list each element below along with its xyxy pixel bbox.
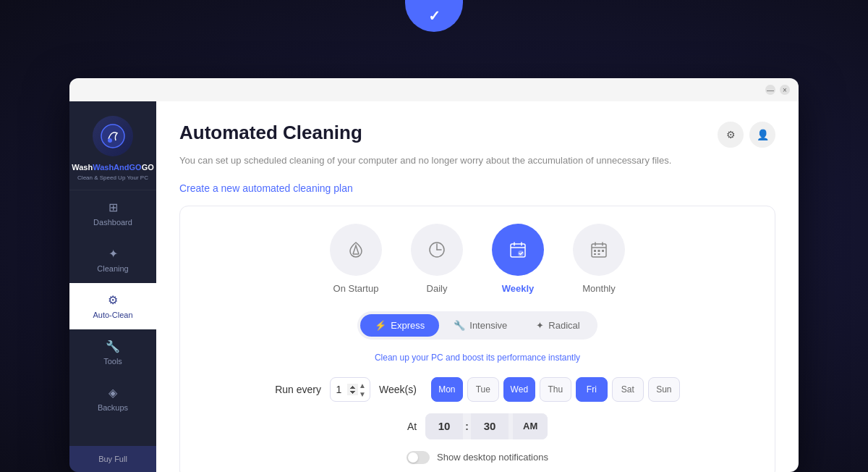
notifications-row: Show desktop notifications <box>195 451 760 464</box>
time-row: At 10 : 30 AM <box>195 413 760 439</box>
page-header: Automated Cleaning ⚙ 👤 <box>179 122 775 148</box>
notifications-label: Show desktop notifications <box>437 452 548 463</box>
autoclean-icon: ⚙ <box>108 293 118 307</box>
sidebar-item-tools[interactable]: 🔧 Tools <box>69 329 156 376</box>
cleaning-icon: ✦ <box>109 247 118 261</box>
run-every-row: Run every ▲ ▼ Week(s) Mon Tue Wed Thu Fr… <box>195 377 760 402</box>
backups-icon: ◈ <box>109 386 117 400</box>
dashboard-label: Dashboard <box>93 218 132 227</box>
schedule-types: On Startup Daily <box>195 224 760 294</box>
svg-rect-19 <box>598 253 600 255</box>
header-actions: ⚙ 👤 <box>718 122 775 148</box>
radical-tab[interactable]: ✦ Radical <box>522 314 594 337</box>
svg-point-1 <box>108 138 112 143</box>
express-label: Express <box>391 320 425 331</box>
day-thu[interactable]: Thu <box>540 377 571 402</box>
monthly-icon-circle <box>573 224 625 276</box>
monthly-label: Monthly <box>582 283 616 294</box>
day-mon[interactable]: Mon <box>431 377 463 402</box>
plan-card: On Startup Daily <box>179 206 775 473</box>
schedule-daily[interactable]: Daily <box>411 224 463 294</box>
main-content: Automated Cleaning ⚙ 👤 You can set up sc… <box>156 101 799 472</box>
clean-mode-tabs: ⚡ Express 🔧 Intensive ✦ Radical <box>357 311 597 340</box>
app-window: WashWashAndGOGO Clean & Speed Up Your PC… <box>69 78 799 472</box>
settings-icon: ⚙ <box>726 129 736 140</box>
dashboard-icon: ⊞ <box>109 201 118 214</box>
day-wed[interactable]: Wed <box>503 377 535 402</box>
create-plan-link[interactable]: Create a new automated cleaning plan <box>179 182 775 194</box>
intensive-tab[interactable]: 🔧 Intensive <box>439 314 522 337</box>
time-input-group: 10 : 30 AM <box>425 413 548 439</box>
schedule-weekly[interactable]: Weekly <box>492 224 544 294</box>
sidebar-item-autoclean[interactable]: ⚙ Auto-Clean <box>69 283 156 329</box>
sidebar-item-cleaning[interactable]: ✦ Cleaning <box>69 237 156 283</box>
minimize-button[interactable]: — <box>765 85 775 95</box>
mode-hint: Clean up your PC and boost its performan… <box>195 353 760 363</box>
schedule-monthly[interactable]: Monthly <box>573 224 625 294</box>
daily-label: Daily <box>427 283 448 294</box>
buy-label: Buy Full <box>98 455 127 463</box>
day-sun[interactable]: Sun <box>648 377 680 402</box>
sidebar: WashWashAndGOGO Clean & Speed Up Your PC… <box>69 101 156 472</box>
time-separator: : <box>464 420 470 432</box>
chevron-down-icon: ✓ <box>428 7 441 25</box>
sidebar-logo: WashWashAndGOGO Clean & Speed Up Your PC <box>69 101 156 190</box>
backups-label: Backups <box>98 403 128 412</box>
radical-label: Radical <box>548 320 579 331</box>
startup-label: On Startup <box>333 283 379 294</box>
cleaning-label: Cleaning <box>97 264 128 273</box>
svg-point-0 <box>101 125 124 148</box>
day-sat[interactable]: Sat <box>612 377 644 402</box>
day-selector: Mon Tue Wed Thu Fri Sat Sun <box>431 377 680 402</box>
time-hour[interactable]: 10 <box>425 413 463 439</box>
intensive-label: Intensive <box>469 320 507 331</box>
tools-icon: 🔧 <box>106 340 120 353</box>
at-label: At <box>407 421 417 432</box>
notifications-toggle[interactable] <box>407 451 430 464</box>
day-fri[interactable]: Fri <box>576 377 608 402</box>
logo-subtitle: Clean & Speed Up Your PC <box>77 174 148 181</box>
logo-icon <box>93 116 133 156</box>
daily-icon-circle <box>411 224 463 276</box>
sidebar-item-dashboard[interactable]: ⊞ Dashboard <box>69 190 156 237</box>
time-period[interactable]: AM <box>513 413 548 439</box>
svg-rect-18 <box>594 253 596 255</box>
run-every-label: Run every <box>275 384 321 395</box>
express-tab[interactable]: ⚡ Express <box>360 314 439 337</box>
schedule-on-startup[interactable]: On Startup <box>330 224 382 294</box>
weeks-label: Week(s) <box>379 384 417 395</box>
radical-icon: ✦ <box>536 320 544 331</box>
weekly-icon-circle <box>492 224 544 276</box>
number-input-wrap: ▲ ▼ <box>330 377 370 402</box>
express-icon: ⚡ <box>375 320 386 331</box>
svg-rect-17 <box>602 250 604 252</box>
page-subtitle: You can set up scheduled cleaning of you… <box>179 153 775 168</box>
buy-full-button[interactable]: Buy Full <box>69 446 156 472</box>
tools-label: Tools <box>103 357 122 366</box>
svg-rect-16 <box>598 250 600 252</box>
page-title: Automated Cleaning <box>179 122 362 144</box>
time-minute[interactable]: 30 <box>471 413 509 439</box>
title-bar: — × <box>69 78 799 101</box>
autoclean-label: Auto-Clean <box>93 311 132 319</box>
sidebar-item-backups[interactable]: ◈ Backups <box>69 376 156 422</box>
startup-icon-circle <box>330 224 382 276</box>
run-every-input[interactable] <box>330 377 370 402</box>
logo-text: WashWashAndGOGO <box>72 162 154 172</box>
weekly-label: Weekly <box>502 283 535 294</box>
svg-rect-15 <box>594 250 596 252</box>
user-icon: 👤 <box>757 129 769 140</box>
settings-button[interactable]: ⚙ <box>718 122 744 148</box>
day-tue[interactable]: Tue <box>467 377 499 402</box>
user-button[interactable]: 👤 <box>749 122 775 148</box>
close-button[interactable]: × <box>780 85 790 95</box>
intensive-icon: 🔧 <box>454 320 465 331</box>
